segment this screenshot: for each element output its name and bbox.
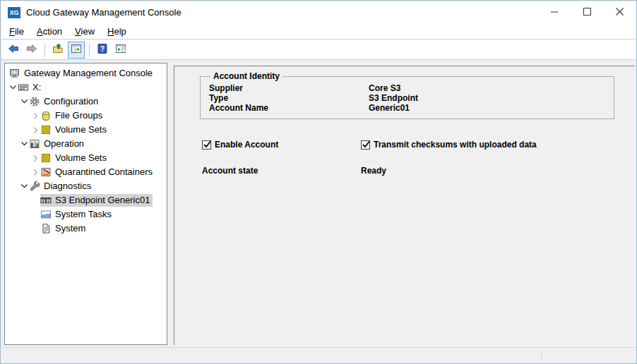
window-title: Cloud Gateway Management Console: [26, 7, 181, 18]
content-area: Gateway Management Console X: Configurat…: [1, 61, 636, 347]
selected-tree-item: S3 Endpoint Generic01: [40, 194, 153, 207]
tree-item-label: File Groups: [55, 109, 105, 122]
checkbox-box[interactable]: [202, 140, 211, 150]
chevron-none: [30, 209, 40, 220]
wrench-icon: [29, 181, 40, 192]
field-value: Generic01: [369, 103, 410, 113]
chevron-right-icon[interactable]: [30, 124, 40, 135]
tree-item-system[interactable]: System: [5, 222, 167, 236]
menu-action[interactable]: Action: [30, 24, 69, 39]
maximize-button[interactable]: [571, 1, 603, 23]
groupbox-title: Account Identity: [210, 71, 282, 81]
field-account-name: Account Name Generic01: [209, 103, 608, 113]
console-tree-panel: Gateway Management Console X: Configurat…: [4, 63, 167, 345]
tree-item-label: System: [55, 222, 88, 235]
menu-bar: File Action View Help: [1, 23, 636, 40]
close-button[interactable]: [603, 1, 636, 23]
tree-item-x-drive[interactable]: X:: [5, 80, 167, 95]
status-bar-separator: [542, 349, 542, 361]
field-value: Core S3: [369, 83, 400, 93]
chevron-down-icon[interactable]: [8, 82, 18, 93]
field-supplier: Supplier Core S3: [209, 83, 608, 93]
forward-arrow-icon: [26, 43, 37, 56]
tree-item-label: X:: [32, 81, 43, 94]
tree-item-volume-sets-config[interactable]: Volume Sets: [5, 123, 167, 137]
tree-item-operation[interactable]: Operation: [5, 137, 167, 151]
account-state-value: Ready: [361, 166, 386, 176]
field-label: Type: [209, 93, 369, 103]
chevron-none: [30, 223, 40, 234]
show-action-pane-button[interactable]: [112, 42, 129, 59]
minimize-button[interactable]: [538, 1, 571, 23]
toolbar: ?: [1, 40, 636, 60]
tree-item-system-tasks[interactable]: System Tasks: [5, 207, 167, 222]
menu-view[interactable]: View: [69, 24, 101, 39]
transmit-checksums-checkbox[interactable]: Transmit checksums with uploaded data: [361, 140, 537, 150]
chevron-none: [30, 195, 40, 206]
menu-file[interactable]: File: [3, 24, 30, 39]
checkbox-label: Enable Account: [215, 140, 278, 150]
back-arrow-icon: [8, 43, 19, 56]
chevron-right-icon[interactable]: [30, 110, 40, 121]
tree-item-diagnostics[interactable]: Diagnostics: [5, 179, 167, 193]
folder-up-arrow-icon: [52, 43, 64, 56]
tree-item-file-groups[interactable]: File Groups: [5, 109, 167, 123]
tree-item-label: Volume Sets: [55, 152, 109, 164]
minimize-icon: [551, 7, 559, 18]
computer-icon: [9, 68, 20, 79]
app-icon: XG: [8, 7, 20, 18]
toolbar-separator: [89, 43, 90, 57]
tree-item-quarantined-containers[interactable]: Quarantined Containers: [5, 165, 167, 179]
chevron-right-icon[interactable]: [30, 166, 40, 178]
forward-button[interactable]: [23, 42, 40, 59]
quarantine-icon: [40, 166, 52, 178]
chevron-down-icon[interactable]: [19, 181, 29, 192]
chevron-right-icon[interactable]: [30, 152, 40, 164]
tree-item-label: S3 Endpoint Generic01: [55, 194, 153, 207]
field-label: Supplier: [209, 83, 369, 93]
up-one-level-button[interactable]: [49, 42, 66, 59]
toolbar-separator: [44, 43, 45, 57]
volume-grid-icon: [40, 124, 52, 135]
help-question-icon: ?: [97, 43, 108, 56]
tree-item-s3-endpoint-generic01[interactable]: S3 Endpoint Generic01: [5, 193, 167, 207]
details-panel: Account Identity Supplier Core S3 Type S…: [174, 66, 635, 345]
action-pane-window-icon: [115, 43, 126, 56]
account-identity-groupbox: Account Identity Supplier Core S3 Type S…: [200, 76, 614, 119]
chevron-down-icon[interactable]: [19, 138, 29, 150]
title-bar: XG Cloud Gateway Management Console: [1, 1, 636, 23]
show-hide-console-tree-button[interactable]: [68, 42, 85, 59]
account-state-label: Account state: [202, 166, 361, 176]
tree-item-label: Gateway Management Console: [24, 67, 155, 80]
field-type: Type S3 Endpoint: [209, 93, 608, 103]
chevron-down-icon[interactable]: [19, 96, 29, 107]
help-button[interactable]: ?: [94, 42, 111, 59]
tree-item-configuration[interactable]: Configuration: [5, 95, 167, 109]
file-drum-icon: [40, 110, 52, 121]
back-button[interactable]: [5, 42, 22, 59]
tree-item-label: Quarantined Containers: [55, 166, 155, 178]
window-controls: [538, 1, 636, 23]
tree-item-volume-sets-operation[interactable]: Volume Sets: [5, 151, 167, 165]
checkbox-label: Transmit checksums with uploaded data: [374, 140, 537, 150]
tree-item-label: System Tasks: [55, 208, 114, 221]
close-icon: [616, 7, 624, 18]
svg-text:?: ?: [100, 45, 105, 53]
tree-item-label: Volume Sets: [55, 123, 109, 136]
gear-icon: [29, 96, 40, 107]
tree-item-gateway-management-console[interactable]: Gateway Management Console: [5, 66, 167, 80]
endpoint-tables-icon: [40, 195, 52, 206]
console-tree-window-icon: [71, 43, 82, 56]
tree-item-label: Configuration: [44, 95, 100, 108]
field-label: Account Name: [209, 103, 369, 113]
tree-item-label: Diagnostics: [44, 180, 93, 193]
menu-help[interactable]: Help: [101, 24, 133, 39]
tree-item-label: Operation: [44, 138, 86, 150]
document-icon: [40, 223, 52, 234]
volume-grid-icon: [40, 152, 52, 164]
checkbox-box[interactable]: [361, 140, 370, 150]
enable-account-checkbox[interactable]: Enable Account: [202, 140, 278, 150]
status-bar: [1, 347, 636, 363]
area-chart-icon: [40, 209, 52, 220]
account-state-row: Account state Ready: [202, 166, 386, 176]
